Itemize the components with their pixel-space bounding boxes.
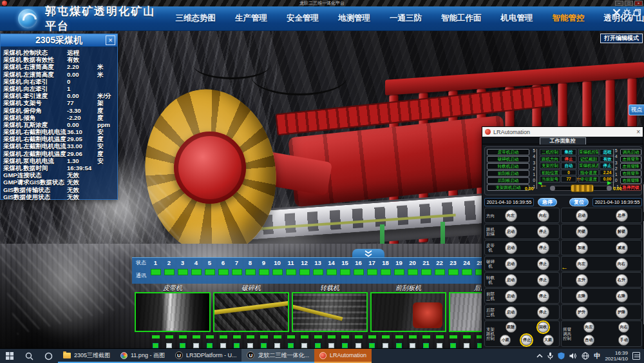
panel-close-icon[interactable]: ×: [106, 35, 115, 45]
estop-lock-button[interactable]: 急停闭锁: [620, 184, 641, 191]
taskbar-app-screenshots[interactable]: 2305三维截图: [58, 349, 115, 363]
taskbar-clock[interactable]: 16:39 2021/4/10: [605, 350, 628, 362]
control-button[interactable]: 停止: [537, 274, 549, 286]
taskbar-app-lrautomation[interactable]: LRAutomation: [314, 349, 372, 363]
control-button[interactable]: 护升: [576, 306, 588, 319]
control-button[interactable]: 向右: [537, 210, 549, 222]
control-button[interactable]: 停止: [537, 258, 549, 270]
support-status-indicator[interactable]: [448, 269, 459, 275]
camera-thumbnail[interactable]: [292, 292, 368, 332]
control-button[interactable]: 解锁: [616, 226, 628, 238]
support-status-indicator[interactable]: [408, 269, 418, 275]
collapse-panel-tab[interactable]: [352, 249, 384, 258]
nav-item[interactable]: 智能工作面: [441, 13, 482, 24]
control-button[interactable]: 左降: [576, 290, 588, 302]
network-globe-icon[interactable]: [582, 352, 589, 360]
control-button[interactable]: 闭锁: [576, 226, 588, 238]
control-button[interactable]: 护降: [616, 306, 628, 319]
quick-start-button[interactable]: 后刮板启动: [487, 177, 529, 184]
control-button[interactable]: 右降: [616, 290, 628, 302]
arm-height-button[interactable]: 向左: [583, 322, 594, 333]
quick-start-button[interactable]: 左摇臂降: [620, 163, 641, 170]
control-button[interactable]: 启动: [505, 290, 517, 302]
nav-item[interactable]: 三维态势图: [176, 13, 216, 24]
quick-start-button[interactable]: 前刮板启动: [487, 170, 529, 177]
quick-start-button[interactable]: 皮带机启动: [487, 149, 529, 155]
nav-item[interactable]: 智能管控: [553, 13, 585, 24]
support-follow-button[interactable]: 跟随: [506, 322, 516, 333]
camera-feed[interactable]: 前刮板机: [370, 284, 446, 332]
speaker-icon[interactable]: [569, 352, 577, 360]
ime-indicator[interactable]: 中: [594, 351, 600, 360]
taskbar-app-lr3dplatform[interactable]: U LR3DPlatform - U...: [170, 349, 242, 363]
quick-start-button[interactable]: 调高启动: [620, 149, 641, 155]
support-status-indicator[interactable]: [178, 269, 188, 275]
nav-item[interactable]: 安全管理: [287, 13, 319, 24]
support-follow-button[interactable]: 小跟: [500, 335, 511, 346]
arm-height-button[interactable]: 向右: [618, 322, 629, 333]
quick-start-button[interactable]: 支架跟机启动: [487, 184, 529, 191]
shearer-position-thumb[interactable]: [571, 184, 594, 192]
camera-thumbnail[interactable]: [213, 292, 289, 332]
viewpoint-button[interactable]: 视点: [629, 104, 644, 115]
control-button[interactable]: 减速: [616, 242, 628, 254]
support-status-indicator[interactable]: [354, 269, 364, 275]
support-follow-button[interactable]: 回收: [538, 322, 549, 333]
control-button[interactable]: 向右: [616, 258, 628, 270]
support-status-indicator[interactable]: [218, 269, 229, 275]
support-status-indicator[interactable]: [259, 269, 269, 275]
support-status-indicator[interactable]: [205, 269, 215, 275]
gear-icon[interactable]: [623, 8, 631, 17]
nav-item[interactable]: 一通三防: [390, 13, 422, 24]
support-status-indicator[interactable]: [245, 269, 256, 275]
control-button[interactable]: 总停: [616, 210, 628, 222]
taskbar-app-paint[interactable]: 11.png - 画图: [115, 349, 170, 363]
cortana-icon[interactable]: [39, 349, 58, 363]
notification-center-icon[interactable]: [632, 352, 640, 360]
arm-height-button[interactable]: 手动: [618, 335, 629, 346]
control-button[interactable]: 停止: [537, 226, 549, 238]
control-button[interactable]: 停止: [537, 242, 549, 254]
support-status-indicator[interactable]: [164, 269, 175, 275]
quick-start-button[interactable]: 左摇臂升: [620, 156, 641, 162]
camera-thumbnail[interactable]: [370, 292, 446, 332]
control-button[interactable]: 停止: [537, 290, 549, 302]
start-button[interactable]: [0, 349, 19, 363]
quick-start-button[interactable]: 破碎机启动: [487, 156, 529, 162]
control-button[interactable]: 停止: [537, 306, 549, 319]
support-status-indicator[interactable]: [299, 269, 310, 275]
control-button[interactable]: 右升: [616, 274, 628, 286]
support-status-indicator[interactable]: [232, 269, 242, 275]
minimize-button[interactable]: –: [615, 1, 623, 6]
support-status-indicator[interactable]: [367, 269, 377, 275]
close-button[interactable]: ×: [634, 1, 643, 6]
maximize-button[interactable]: □: [625, 1, 633, 6]
microphone-icon[interactable]: [547, 352, 553, 360]
control-button[interactable]: 启动: [576, 210, 588, 222]
lra-close-icon[interactable]: ×: [636, 129, 640, 135]
control-button[interactable]: 启动: [505, 242, 517, 254]
support-status-indicator[interactable]: [191, 269, 202, 275]
lra-title-bar[interactable]: LRAutomation ×: [482, 127, 643, 137]
quick-start-button[interactable]: 右摇臂降: [620, 177, 641, 184]
support-status-indicator[interactable]: [286, 269, 296, 275]
tools-icon[interactable]: [612, 8, 621, 17]
support-status-indicator[interactable]: [272, 269, 283, 275]
camera-thumbnail[interactable]: [135, 292, 211, 332]
arm-height-button[interactable]: 自动: [583, 335, 594, 346]
camera-feed[interactable]: 皮带机: [135, 284, 211, 332]
control-button[interactable]: 向左: [576, 258, 588, 270]
security-shield-icon[interactable]: [558, 352, 565, 360]
support-status-indicator[interactable]: [421, 269, 431, 275]
nav-item[interactable]: 生产管理: [235, 13, 267, 24]
quick-start-button[interactable]: 右摇臂升: [620, 170, 641, 177]
control-button[interactable]: 左升: [576, 274, 588, 286]
control-button[interactable]: 启动: [505, 274, 517, 286]
open-edit-mode-button[interactable]: 打开编辑模式: [600, 34, 643, 43]
shearer-position-slider[interactable]: [551, 186, 611, 191]
hidden-icons-chevron-icon[interactable]: [536, 353, 543, 358]
estop-button[interactable]: 急停: [538, 198, 557, 206]
quick-start-button[interactable]: 转载机启动: [487, 163, 529, 170]
control-button[interactable]: 向左: [505, 210, 517, 222]
control-button[interactable]: 启动: [505, 226, 517, 238]
